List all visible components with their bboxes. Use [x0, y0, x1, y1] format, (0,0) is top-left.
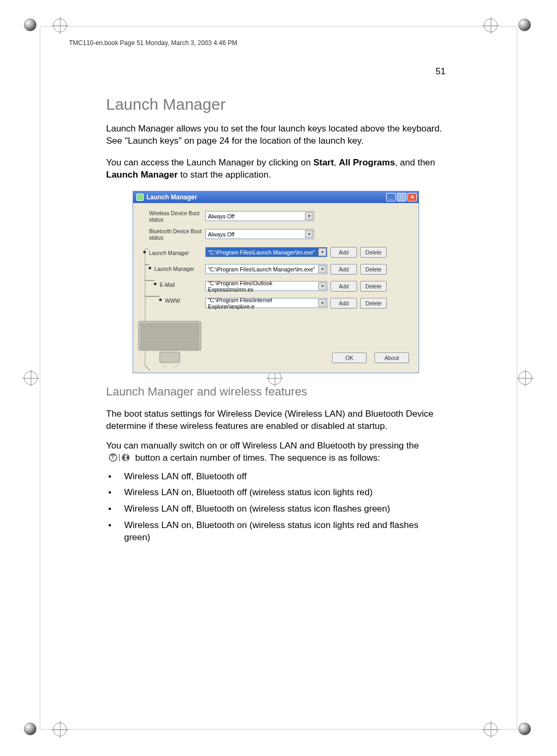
text: to start the application. — [178, 170, 271, 180]
combo-value: "C:\Program Files\Internet Explorer\iexp… — [208, 297, 318, 310]
combo-value: Always Off — [208, 231, 234, 238]
combo-value: "C:\Program Files\Launch Manager\lm.exe" — [208, 249, 315, 256]
key-path-combo-1[interactable]: "C:\Program Files\Launch Manager\lm.exe"… — [205, 264, 327, 274]
delete-button[interactable]: Delete — [360, 298, 387, 309]
keyboard-illustration — [137, 317, 204, 367]
key-label-2: E-Mail — [160, 282, 175, 288]
svg-rect-4 — [141, 337, 199, 341]
running-head: TMC110-en.book Page 51 Monday, March 3, … — [69, 39, 237, 47]
bold-start: Start — [314, 157, 334, 168]
delete-button[interactable]: Delete — [360, 264, 387, 275]
key-label-0: Launch Manager — [149, 250, 189, 256]
page-number: 51 — [436, 66, 446, 77]
chevron-down-icon: ▾ — [318, 248, 326, 256]
list-item: Wireless LAN off, Bluetooth off — [106, 471, 446, 483]
text: , and then — [395, 157, 436, 168]
svg-rect-1 — [141, 323, 199, 327]
access-paragraph: You can access the Launch Manager by cli… — [106, 157, 446, 181]
chevron-down-icon: ▾ — [305, 230, 313, 238]
combo-value: "C:\Program Files\Launch Manager\lm.exe" — [208, 266, 315, 272]
minimize-button[interactable]: _ — [386, 193, 396, 201]
chevron-down-icon: ▾ — [318, 282, 326, 290]
svg-rect-6 — [141, 347, 199, 349]
about-button[interactable]: About — [375, 353, 409, 363]
svg-rect-5 — [141, 342, 199, 346]
chevron-down-icon: ▾ — [305, 212, 313, 220]
key-path-combo-0[interactable]: "C:\Program Files\Launch Manager\lm.exe"… — [205, 247, 327, 257]
combo-value: Always Off — [208, 213, 234, 219]
sequence-list: Wireless LAN off, Bluetooth off Wireless… — [106, 471, 446, 544]
text: button a certain number of times. The se… — [135, 453, 380, 463]
chevron-down-icon: ▾ — [318, 299, 326, 307]
bold-launch-manager: Launch Manager — [106, 170, 178, 180]
list-item: Wireless LAN on, Bluetooth off (wireless… — [106, 487, 446, 499]
bluetooth-boot-label: Bluetooth Device Boot status — [140, 227, 205, 245]
titlebar: Launch Manager _ □ ✕ — [133, 191, 419, 203]
svg-rect-3 — [141, 332, 199, 336]
svg-rect-2 — [141, 328, 199, 331]
text: You can manually switch on or off Wirele… — [106, 441, 419, 451]
text: You can access the Launch Manager by cli… — [106, 157, 314, 168]
key-path-combo-2[interactable]: "C:\Program Files\Outlook Express\msimn.… — [205, 281, 327, 291]
list-item: Wireless LAN off, Bluetooth on (wireless… — [106, 503, 446, 515]
chevron-down-icon: ▾ — [318, 265, 326, 273]
svg-point-8 — [112, 457, 114, 459]
key-path-combo-3[interactable]: "C:\Program Files\Internet Explorer\iexp… — [205, 298, 327, 308]
app-icon — [136, 194, 144, 201]
add-button[interactable]: Add — [330, 298, 357, 309]
bluetooth-boot-combo[interactable]: Always Off▾ — [205, 229, 314, 239]
heading-launch-manager: Launch Manager — [106, 95, 446, 113]
add-button[interactable]: Add — [330, 264, 357, 275]
wireless-boot-label: Wireless Device Boot status — [140, 209, 205, 227]
launch-manager-screenshot: Launch Manager _ □ ✕ Wireless Device Boo… — [133, 191, 419, 373]
svg-rect-7 — [160, 352, 180, 363]
list-item: Wireless LAN on, Bluetooth on (wireless … — [106, 520, 446, 544]
close-button[interactable]: ✕ — [407, 193, 417, 201]
add-button[interactable]: Add — [330, 247, 357, 258]
wireless-para-2: You can manually switch on or off Wirele… — [106, 440, 446, 464]
window-title: Launch Manager — [146, 194, 197, 201]
add-button[interactable]: Add — [330, 281, 357, 292]
intro-paragraph: Launch Manager allows you to set the fou… — [106, 123, 446, 147]
delete-button[interactable]: Delete — [360, 247, 387, 258]
bold-all-programs: All Programs — [339, 157, 395, 168]
wireless-para-1: The boot status settings for Wireless De… — [106, 408, 446, 433]
ok-button[interactable]: OK — [332, 353, 367, 363]
combo-value: "C:\Program Files\Outlook Express\msimn.… — [208, 280, 318, 293]
key-label-3: WWW — [165, 298, 180, 304]
text: , — [334, 157, 338, 168]
delete-button[interactable]: Delete — [360, 281, 387, 292]
key-label-1: Launch Manager — [154, 266, 194, 272]
wireless-boot-combo[interactable]: Always Off▾ — [205, 211, 314, 221]
heading-wireless-features: Launch Manager and wireless features — [106, 385, 446, 399]
wireless-bluetooth-button-icon — [106, 452, 133, 464]
maximize-button[interactable]: □ — [397, 193, 406, 201]
